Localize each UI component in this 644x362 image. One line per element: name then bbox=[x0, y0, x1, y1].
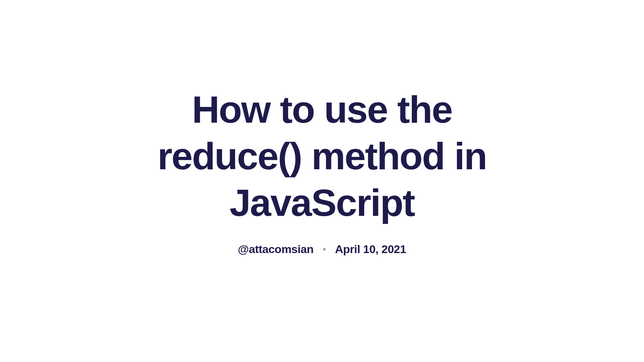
publish-date: April 10, 2021 bbox=[335, 243, 406, 256]
author-handle: @attacomsian bbox=[238, 243, 314, 256]
article-title: How to use the reduce() method in JavaSc… bbox=[121, 86, 523, 226]
separator-dot-icon bbox=[323, 248, 326, 251]
article-meta: @attacomsian April 10, 2021 bbox=[238, 243, 406, 256]
